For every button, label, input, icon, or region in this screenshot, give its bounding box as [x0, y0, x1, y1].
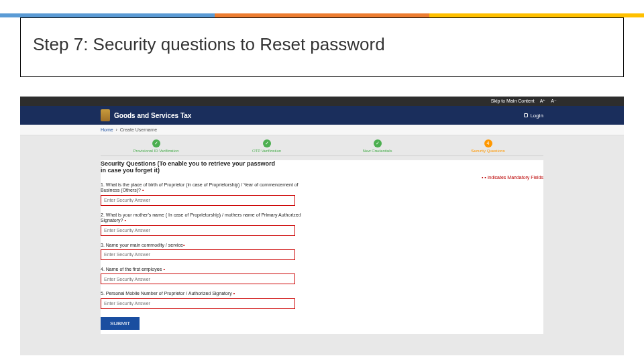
step-otp: OTP Verification [211, 139, 322, 153]
step-label: OTP Verification [211, 149, 322, 153]
site-header: Goods and Services Tax Login [20, 106, 624, 125]
step-provisional: Provisional ID Verification [101, 139, 211, 153]
breadcrumb-current: Create Username [120, 127, 157, 132]
check-icon [263, 139, 271, 147]
check-icon [152, 139, 160, 147]
step-security: 4 Security Questions [433, 139, 543, 153]
check-icon [374, 139, 382, 147]
question-2: 2. What is your mother's name ( In case … [101, 213, 302, 224]
star-icon: • [482, 175, 483, 180]
emblem-icon [101, 109, 110, 121]
step-label: New Credentials [322, 149, 433, 153]
question-block-2: 2. What is your mother's name ( In case … [101, 213, 543, 240]
answer-input-1[interactable] [101, 195, 295, 206]
answer-input-5[interactable] [101, 298, 295, 309]
skip-link[interactable]: Skip to Main Content [491, 99, 535, 103]
mandatory-hint: • • indicates Mandatory Fields [101, 175, 543, 180]
progress-steps: Provisional ID Verification OTP Verifica… [101, 139, 543, 156]
active-step-icon: 4 [484, 139, 492, 147]
step-credentials: New Credentials [322, 139, 433, 153]
utility-bar: Skip to Main Content A⁺ A⁻ [20, 97, 624, 106]
login-label: Login [530, 113, 543, 119]
answer-input-3[interactable] [101, 249, 295, 260]
question-block-1: 1. What is the place of birth of Proprie… [101, 182, 543, 210]
submit-button[interactable]: SUBMIT [101, 317, 140, 330]
question-block-4: 4. Name of the first employee • [101, 267, 543, 288]
embedded-screenshot: Skip to Main Content A⁺ A⁻ Goods and Ser… [20, 97, 624, 355]
star-icon: • [183, 243, 184, 247]
question-3: 3. Name your main commodity / service• [101, 243, 302, 248]
question-block-5: 5. Personal Mobile Number of Proprietor … [101, 291, 543, 312]
step-label: Security Questions [433, 149, 543, 153]
slide-title-box: Step 7: Security questions to Reset pass… [20, 17, 624, 77]
font-increase[interactable]: A⁺ [540, 99, 546, 103]
star-icon: • [163, 267, 164, 272]
mandatory-text: • indicates Mandatory Fields [484, 175, 543, 180]
slide-root: Step 7: Security questions to Reset pass… [0, 0, 644, 362]
star-icon: • [233, 291, 235, 296]
star-icon: • [142, 188, 144, 192]
question-1: 1. What is the place of birth of Proprie… [101, 182, 302, 194]
question-block-3: 3. Name your main commodity / service• [101, 243, 543, 264]
question-4: 4. Name of the first employee • [101, 267, 302, 272]
login-icon [524, 113, 528, 117]
question-5: 5. Personal Mobile Number of Proprietor … [101, 291, 302, 296]
slide-title: Step 7: Security questions to Reset pass… [33, 34, 611, 55]
site-brand: Goods and Services Tax [114, 112, 191, 119]
form-heading: Security Questions (To enable you to ret… [101, 160, 282, 174]
content-area: Provisional ID Verification OTP Verifica… [20, 135, 624, 334]
breadcrumb-home[interactable]: Home [101, 127, 113, 132]
answer-input-4[interactable] [101, 274, 295, 284]
step-label: Provisional ID Verification [101, 149, 211, 153]
breadcrumb: Home › Create Username [20, 125, 624, 135]
login-link[interactable]: Login [524, 113, 543, 119]
security-form: Security Questions (To enable you to ret… [101, 160, 543, 334]
font-decrease[interactable]: A⁻ [551, 99, 557, 103]
answer-input-2[interactable] [101, 225, 295, 236]
star-icon: • [124, 218, 125, 223]
